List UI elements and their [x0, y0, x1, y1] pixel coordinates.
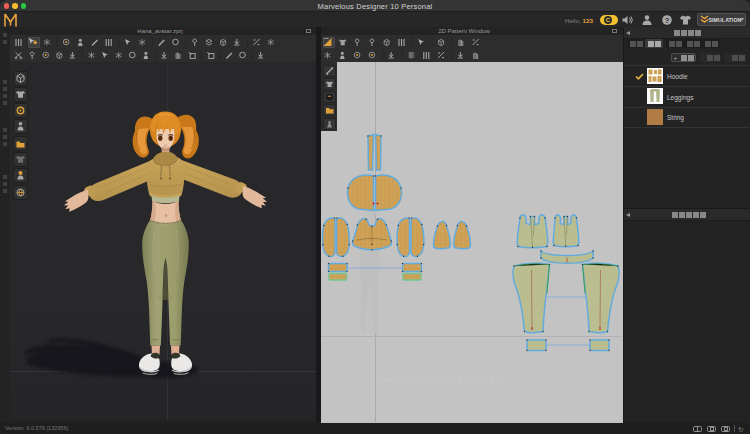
svg-text:?: ?	[665, 16, 670, 25]
